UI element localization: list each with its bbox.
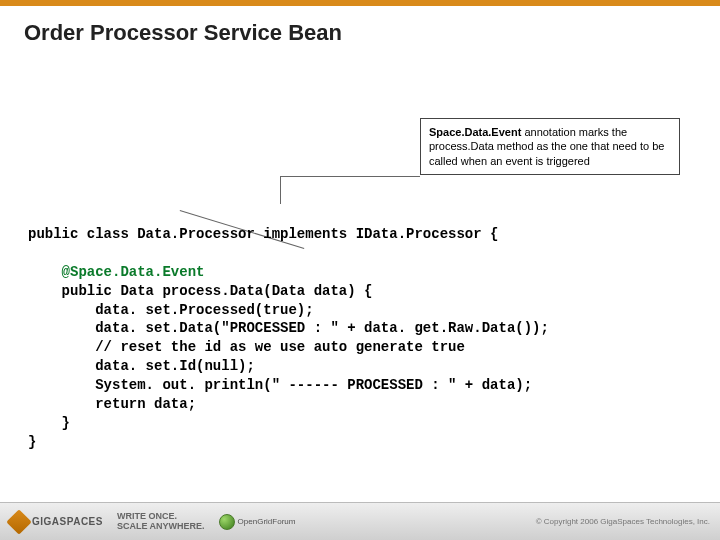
code-line: // reset the id as we use auto generate … xyxy=(28,339,465,355)
globe-icon xyxy=(219,514,235,530)
code-line: System. out. println(" ------ PROCESSED … xyxy=(28,377,532,393)
brand-name: GIGASPACES xyxy=(32,516,103,527)
code-line: } xyxy=(28,415,70,431)
brand-logo: GIGASPACES xyxy=(10,513,103,531)
footer-bar: GIGASPACES WRITE ONCE. SCALE ANYWHERE. O… xyxy=(0,502,720,540)
cube-icon xyxy=(6,509,31,534)
code-annotation: @Space.Data.Event xyxy=(28,264,204,280)
partner-label: OpenGridForum xyxy=(238,518,296,526)
partner-logo: OpenGridForum xyxy=(219,514,296,530)
code-line: } xyxy=(28,434,36,450)
code-line: return data; xyxy=(28,396,196,412)
code-line: data. set.Data("PROCESSED : " + data. ge… xyxy=(28,320,549,336)
callout-box: Space.Data.Event annotation marks the pr… xyxy=(420,118,680,175)
callout-lead: Space.Data.Event xyxy=(429,126,521,138)
callout-connector xyxy=(280,176,420,177)
callout-connector xyxy=(280,176,281,204)
code-block: public class Data.Processor implements I… xyxy=(28,225,692,452)
slide-title: Order Processor Service Bean xyxy=(0,6,720,52)
code-line: public Data process.Data(Data data) { xyxy=(28,283,372,299)
code-line: data. set.Id(null); xyxy=(28,358,255,374)
code-line: data. set.Processed(true); xyxy=(28,302,314,318)
ogf-line1: OpenGridForum xyxy=(238,518,296,526)
copyright-text: © Copyright 2006 GigaSpaces Technologies… xyxy=(536,517,710,526)
tagline-line2: SCALE ANYWHERE. xyxy=(117,522,205,532)
code-line: public class Data.Processor implements I… xyxy=(28,226,498,242)
brand-tagline: WRITE ONCE. SCALE ANYWHERE. xyxy=(117,512,205,532)
